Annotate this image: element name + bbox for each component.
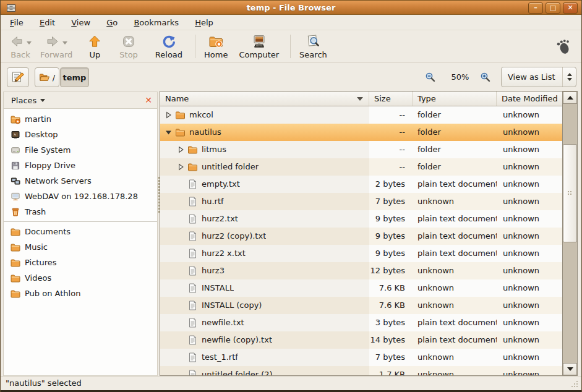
minimize-button[interactable]: – (528, 2, 543, 14)
sidebar-item-trash[interactable]: Trash (4, 204, 157, 219)
window-resize-grip[interactable] (570, 380, 579, 388)
column-header-size[interactable]: Size (369, 92, 413, 106)
path-current-button[interactable]: temp (60, 67, 89, 87)
note-pencil-icon (11, 70, 25, 84)
path-root-button[interactable]: / (35, 67, 59, 87)
home-folder-icon (11, 114, 20, 124)
table-row[interactable]: empty.txt 2 bytes plain text document un… (160, 176, 562, 193)
table-row[interactable]: INSTALL (copy) 7.6 KB unknown unknown (160, 297, 562, 314)
places-header[interactable]: Places ✕ (4, 92, 157, 109)
menu-file[interactable]: File (3, 15, 30, 30)
menu-bookmarks[interactable]: Bookmarks (127, 15, 186, 30)
open-folder-icon (39, 72, 50, 82)
sidebar-item-network-servers[interactable]: Network Servers (4, 173, 157, 189)
sidebar-item-floppy[interactable]: Floppy Drive (4, 158, 157, 173)
menu-view[interactable]: View (64, 15, 97, 30)
back-arrow-icon (9, 34, 24, 49)
up-arrow-icon (87, 34, 102, 49)
up-button[interactable]: Up (87, 33, 102, 59)
text-file-icon (187, 266, 198, 276)
table-row[interactable]: hurz2 x.txt 9 bytes plain text document … (160, 245, 562, 262)
scroll-up-icon[interactable] (563, 92, 577, 104)
folder-icon (187, 162, 198, 172)
menu-help[interactable]: Help (188, 15, 220, 30)
scrollbar-thumb[interactable] (563, 144, 577, 242)
sidebar-item-documents[interactable]: Documents (4, 224, 157, 239)
expander-closed-icon[interactable] (164, 110, 173, 120)
zoom-level: 50% (445, 67, 476, 87)
zoom-in-icon[interactable] (480, 72, 491, 83)
sidebar-item-pictures[interactable]: Pictures (4, 255, 157, 270)
expander-open-icon[interactable] (164, 127, 173, 137)
computer-button[interactable]: Computer (239, 33, 279, 59)
zoom-out-icon[interactable] (425, 72, 436, 83)
edit-location-button[interactable] (7, 67, 29, 87)
view-mode-combo[interactable]: View as List (501, 67, 576, 87)
close-button[interactable]: ✕ (563, 2, 578, 14)
statusbar: "nautilus" selected (1, 376, 581, 390)
table-row[interactable]: hurz3 12 bytes unknown unknown (160, 262, 562, 279)
table-row[interactable]: hurz2 (copy).txt 9 bytes plain text docu… (160, 228, 562, 245)
sidebar-item-pub-on-athlon[interactable]: Pub on Athlon (4, 286, 157, 301)
menu-edit[interactable]: Edit (33, 15, 62, 30)
menubar: File Edit View Go Bookmarks Help (1, 15, 581, 30)
location-bar: / temp 50% View as List (1, 64, 581, 90)
folder-icon (11, 289, 20, 299)
sidebar-item-desktop[interactable]: Desktop (4, 127, 157, 142)
table-row[interactable]: newfile.txt 3 bytes plain text document … (160, 314, 562, 331)
column-header-name[interactable]: Name (160, 92, 369, 106)
home-button[interactable]: Home (204, 33, 228, 59)
scroll-down-icon[interactable] (563, 363, 577, 375)
titlebar[interactable]: temp - File Browser – □ ✕ (1, 0, 581, 15)
toolbar: Back Forward Up Stop Reload Home Compute… (1, 30, 581, 63)
text-file-icon (187, 214, 198, 224)
column-header-date[interactable]: Date Modified (497, 92, 562, 106)
folder-icon (11, 273, 20, 283)
table-row[interactable]: untitled folder -- folder unknown (160, 158, 562, 176)
table-row[interactable]: INSTALL 7.6 KB unknown unknown (160, 279, 562, 297)
sort-descending-icon (357, 97, 363, 101)
reload-icon (161, 34, 176, 49)
drive-icon (11, 145, 20, 155)
expander-closed-icon[interactable] (176, 162, 186, 172)
sidebar-item-martin[interactable]: martin (4, 111, 157, 127)
text-file-icon (187, 249, 198, 258)
sidebar-item-file-system[interactable]: File System (4, 142, 157, 158)
forward-arrow-icon (45, 34, 60, 49)
text-file-icon (187, 370, 198, 375)
places-dropdown-icon[interactable] (40, 99, 45, 102)
column-header-type[interactable]: Type (413, 92, 497, 106)
text-file-icon (187, 318, 198, 328)
table-row[interactable]: newfile (copy).txt 14 bytes plain text d… (160, 331, 562, 349)
search-button[interactable]: Search (299, 33, 327, 59)
reload-button[interactable]: Reload (155, 33, 182, 59)
maximize-button[interactable]: □ (546, 2, 560, 14)
status-text: "nautilus" selected (6, 378, 82, 388)
folder-icon (175, 127, 186, 137)
table-row[interactable]: litmus -- folder unknown (160, 141, 562, 158)
text-file-icon (187, 335, 198, 345)
table-row[interactable]: mkcol -- folder unknown (160, 106, 562, 124)
back-button[interactable]: Back (9, 33, 32, 59)
forward-button[interactable]: Forward (40, 33, 72, 59)
remote-share-icon (11, 192, 20, 202)
forward-history-dropdown-icon[interactable] (62, 41, 67, 45)
expander-closed-icon[interactable] (176, 145, 186, 155)
table-row[interactable]: untitled folder (2) 1.7 KB unknown unkno… (160, 366, 562, 375)
folder-icon (187, 145, 198, 155)
table-row-selected[interactable]: nautilus -- folder unknown (160, 124, 562, 141)
sidebar-item-videos[interactable]: Videos (4, 270, 157, 286)
combo-spinner-icon[interactable] (562, 67, 576, 87)
table-row[interactable]: hurz2.txt 9 bytes plain text document un… (160, 210, 562, 228)
vertical-scrollbar[interactable] (562, 92, 577, 375)
table-row[interactable]: test_1.rtf 7 bytes unknown unknown (160, 349, 562, 366)
table-row[interactable]: hu.rtf 7 bytes unknown unknown (160, 193, 562, 210)
menu-go[interactable]: Go (100, 15, 124, 30)
sidebar-item-webdav[interactable]: WebDAV on 192.168.178.28 (4, 189, 157, 204)
back-history-dropdown-icon[interactable] (27, 41, 32, 45)
stop-button[interactable]: Stop (119, 33, 138, 59)
sidebar-item-music[interactable]: Music (4, 239, 157, 255)
sidebar-separator (4, 221, 157, 222)
sidebar-close-icon[interactable]: ✕ (145, 96, 152, 104)
home-icon (208, 34, 223, 49)
